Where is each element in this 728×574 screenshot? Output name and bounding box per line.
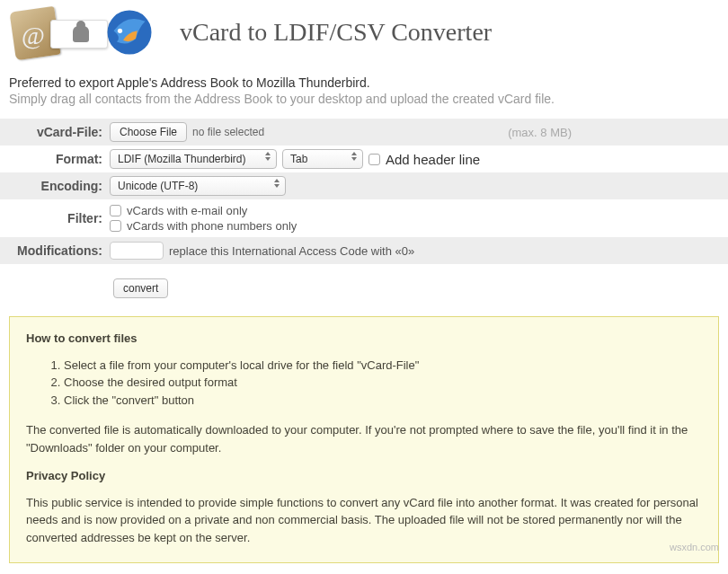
row-convert: convert (0, 264, 728, 316)
filter-email-checkbox[interactable] (110, 205, 121, 216)
intro-line-1: Preferred to export Apple's Address Book… (9, 75, 719, 90)
privacy-heading: Privacy Policy (26, 467, 702, 485)
info-panel: How to convert files Select a file from … (9, 316, 719, 563)
how-step-2: Choose the desired output format (64, 374, 702, 392)
page-header: @ vCard to LDIF/CSV Converter (0, 0, 728, 75)
filter-label: Filter: (4, 211, 110, 225)
row-filter: Filter: vCards with e-mail only vCards w… (0, 199, 728, 237)
intro-block: Preferred to export Apple's Address Book… (0, 75, 728, 119)
encoding-select-value: Unicode (UTF-8) (118, 180, 198, 192)
modifications-label: Modifications: (4, 243, 110, 258)
add-header-label: Add header line (386, 152, 480, 167)
delimiter-select[interactable]: Tab (282, 149, 363, 169)
auto-download-text: The converted file is automatically down… (26, 421, 702, 456)
row-vcard-file: vCard-File: Choose File no file selected… (0, 119, 728, 146)
privacy-text: This public service is intended to provi… (26, 494, 702, 547)
add-header-checkbox[interactable] (368, 154, 380, 165)
format-label: Format: (4, 152, 110, 166)
app-logo: @ (9, 7, 153, 57)
format-select[interactable]: LDIF (Mozilla Thunderbird) (110, 149, 277, 169)
contact-card-icon (50, 20, 108, 49)
filter-email-label: vCards with e-mail only (127, 204, 247, 217)
intro-line-2: Simply drag all contacts from the Addres… (9, 92, 719, 106)
choose-file-button[interactable]: Choose File (110, 122, 187, 142)
format-select-value: LDIF (Mozilla Thunderbird) (118, 153, 246, 165)
vcard-file-label: vCard-File: (4, 125, 110, 139)
how-step-1: Select a file from your computer's local… (64, 357, 702, 375)
row-encoding: Encoding: Unicode (UTF-8) (0, 172, 728, 199)
thunderbird-icon (104, 7, 155, 57)
convert-button[interactable]: convert (113, 278, 168, 298)
watermark-text: wsxdn.com (670, 542, 719, 552)
delimiter-select-value: Tab (290, 153, 307, 165)
encoding-select[interactable]: Unicode (UTF-8) (110, 176, 286, 196)
filter-phone-checkbox[interactable] (110, 220, 121, 232)
how-step-3: Click the "convert" button (64, 392, 702, 410)
no-file-selected-text: no file selected (192, 126, 264, 138)
how-to-steps: Select a file from your computer's local… (26, 357, 702, 410)
access-code-input[interactable] (110, 242, 164, 260)
row-modifications: Modifications: replace this Internationa… (0, 237, 728, 264)
encoding-label: Encoding: (4, 179, 110, 193)
svg-point-1 (118, 29, 122, 33)
row-format: Format: LDIF (Mozilla Thunderbird) Tab A… (0, 146, 728, 172)
how-to-heading: How to convert files (26, 330, 702, 348)
filter-phone-label: vCards with phone numbers only (127, 219, 297, 233)
modifications-text: replace this International Access Code w… (169, 244, 414, 258)
at-sign-icon: @ (22, 22, 45, 50)
max-size-text: (max. 8 MB) (508, 126, 572, 139)
page-title: vCard to LDIF/CSV Converter (180, 18, 492, 47)
